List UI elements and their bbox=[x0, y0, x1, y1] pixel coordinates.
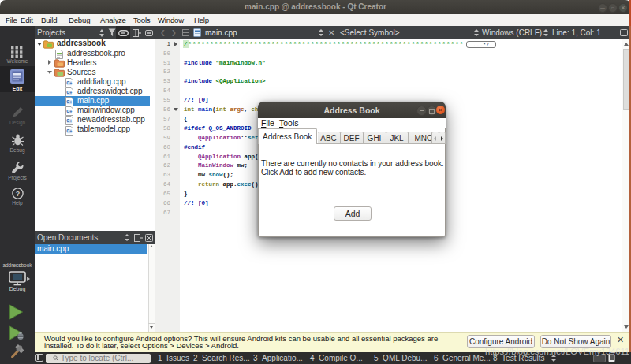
svg-text:C+: C+ bbox=[66, 110, 72, 114]
svg-text:C+: C+ bbox=[66, 100, 72, 105]
svg-text:C+: C+ bbox=[66, 90, 72, 95]
svg-text:?: ? bbox=[16, 190, 21, 198]
svg-text:C+: C+ bbox=[66, 128, 72, 133]
svg-text:C+: C+ bbox=[66, 80, 72, 85]
svg-text:C+: C+ bbox=[66, 119, 72, 124]
